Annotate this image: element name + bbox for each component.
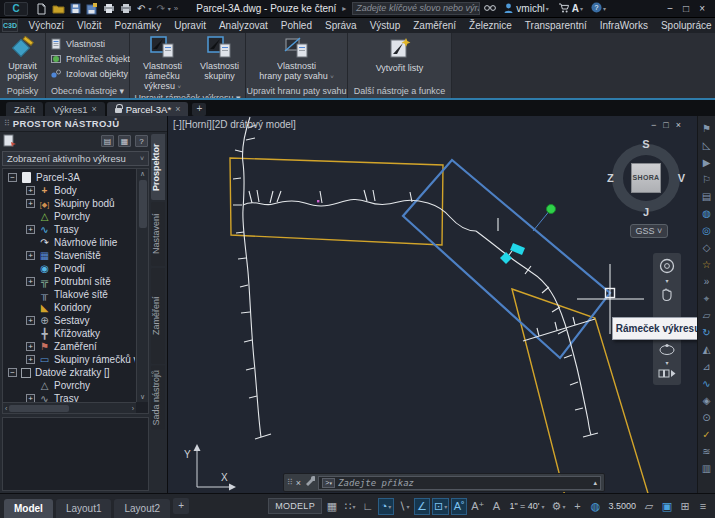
tree-vertical-scrollbar[interactable]: ∧ ∨ — [136, 169, 148, 402]
panel-label[interactable]: Popisky — [0, 85, 45, 98]
transparent-command-icon[interactable]: ☆ — [702, 256, 711, 273]
panel-label[interactable]: Další nástroje a funkce — [348, 85, 451, 98]
command-history-up-icon[interactable]: ▴ — [593, 479, 597, 487]
panel-label[interactable]: Obecné nástroje ▾ — [46, 85, 129, 98]
steering-wheel-icon[interactable] — [658, 257, 676, 277]
user-name[interactable]: vmichl — [516, 3, 544, 14]
help-search-input[interactable]: Zadejte klíčové slovo nebo výraz. — [352, 2, 480, 15]
graphics-performance-icon[interactable]: ▣ — [659, 498, 675, 515]
split-dropdown-icon[interactable]: ˅ — [178, 84, 182, 90]
annotation-visibility-icon[interactable]: A˚ — [451, 498, 467, 515]
annotation-scale-button[interactable]: 1" = 40'▾ — [506, 501, 547, 511]
transparent-command-icon[interactable]: ◎ — [702, 222, 711, 239]
tree-expander[interactable]: − — [8, 173, 17, 182]
ribbon-tab[interactable]: Železnice — [463, 18, 519, 33]
command-settings-wrench-icon[interactable] — [304, 476, 315, 489]
navbar-dropdown-icon[interactable]: ▾ — [665, 279, 668, 284]
model-space-button[interactable]: MODELP — [268, 498, 322, 514]
annotation-icon[interactable]: A — [488, 498, 504, 515]
annotation-autoscale-icon[interactable]: A⁺ — [469, 498, 486, 515]
ribbon-tab[interactable]: Zaměření — [407, 18, 463, 33]
viewport-label[interactable]: [-][Horní][2D drátový model] — [173, 119, 296, 130]
layout1-tab[interactable]: Layout1 — [56, 499, 112, 518]
tree-item[interactable]: − Datové zkratky [] — [4, 366, 135, 379]
tree-item[interactable]: Povrchy — [4, 379, 135, 392]
search-binoculars-icon[interactable] — [484, 3, 496, 14]
tree-expander[interactable]: + — [26, 277, 35, 286]
tree-item[interactable]: + Trasy — [4, 223, 135, 236]
tree-item[interactable]: + Skupiny bodů — [4, 197, 135, 210]
file-tab-start[interactable]: Začít — [6, 102, 43, 116]
orbit-icon[interactable] — [658, 343, 676, 359]
view-frame-properties-button[interactable]: Vlastnosti rámečku výkresu ˅ — [132, 35, 194, 92]
navbar-dropdown-icon[interactable]: ▾ — [665, 361, 668, 366]
transparent-command-icon[interactable]: ∿ — [702, 375, 710, 392]
tree-item[interactable]: + Potrubní sítě — [4, 275, 135, 288]
transparent-command-icon[interactable]: ≋ — [702, 443, 710, 460]
redo-icon[interactable]: ↷ — [156, 3, 164, 14]
tree-expander[interactable]: + — [26, 394, 35, 402]
file-tab-parcel3a[interactable]: Parcel-3A*× — [107, 102, 189, 116]
store-cart-icon[interactable] — [558, 3, 569, 15]
tree-expander[interactable]: + — [26, 225, 35, 234]
app-store-icon[interactable]: A — [572, 3, 579, 14]
compass-east-label[interactable]: V — [678, 172, 685, 184]
isolate-objects-icon[interactable]: ▱ — [641, 498, 657, 515]
application-menu-button[interactable]: C — [4, 2, 28, 16]
transparent-command-icon[interactable]: ⚑ — [702, 120, 711, 137]
viewcube[interactable]: S J Z V SHORA — [606, 138, 686, 218]
grid-icon[interactable]: ▦ — [324, 498, 340, 515]
tree-expander[interactable]: − — [8, 368, 17, 377]
transparent-command-icon[interactable]: ◈ — [703, 392, 711, 409]
transparent-command-icon[interactable]: ⌖ — [704, 290, 710, 307]
tree-view-select[interactable]: Zobrazení aktivního výkresu˅ — [2, 151, 149, 166]
transparent-command-icon[interactable]: ▥ — [702, 460, 711, 477]
polar-tracking-icon[interactable]: ◔▾ — [378, 498, 394, 515]
viewcube-top-face[interactable]: SHORA — [631, 163, 661, 193]
scrollbar-thumb[interactable] — [9, 405, 69, 412]
command-input[interactable]: >▾ Zadejte příkaz ▴ — [318, 476, 601, 490]
tree-expander[interactable]: + — [26, 251, 35, 260]
toolspace-header[interactable]: ⠿ PROSTOR NÁSTROJŮ — [0, 116, 167, 132]
minimize-icon[interactable]: − — [667, 3, 673, 14]
toolspace-side-tab[interactable]: Prospektor — [151, 134, 165, 200]
app-store-dropdown-icon[interactable]: ▾ — [580, 5, 583, 12]
edit-labels-button[interactable]: Upravit popisky — [0, 35, 45, 81]
help-icon[interactable]: ? — [591, 2, 602, 15]
toolspace-side-tab[interactable]: Nastavení — [151, 202, 165, 266]
redo-dropdown-icon[interactable]: ▾ — [168, 5, 171, 12]
tree-item[interactable]: Povrchy — [4, 210, 135, 223]
ribbon-tab[interactable]: Správa — [318, 18, 363, 33]
customization-menu-icon[interactable]: ≡ — [695, 498, 711, 515]
toolspace-side-tab[interactable]: Zaměření — [151, 268, 165, 364]
ucs-selector-button[interactable]: GSS ˅ — [630, 224, 668, 238]
slide-grip[interactable] — [510, 243, 525, 255]
transparent-command-icon[interactable]: ◺ — [703, 137, 711, 154]
transparent-command-icon[interactable]: ✓ — [702, 426, 710, 443]
transparent-command-icon[interactable]: ↻ — [702, 324, 710, 341]
qat-customize-icon[interactable]: » — [174, 4, 178, 13]
viewport-minimize-icon[interactable]: − — [651, 120, 656, 130]
ribbon-tab[interactable]: Upravit — [168, 18, 213, 33]
help-dropdown-icon[interactable]: ▾ — [603, 5, 606, 12]
save-as-icon[interactable] — [86, 3, 98, 15]
new-file-icon[interactable] — [36, 3, 47, 15]
print-icon[interactable] — [120, 3, 132, 14]
tree-item[interactable]: + Skupiny rámečků výkresu — [4, 353, 135, 366]
scroll-up-icon[interactable]: ∧ — [140, 170, 145, 178]
preview-toggle-icon[interactable]: ▤ — [101, 135, 114, 147]
toolspace-help-icon[interactable]: ? — [135, 135, 148, 147]
scroll-left-icon[interactable]: ‹ — [5, 405, 7, 412]
undo-dropdown-icon[interactable]: ▾ — [148, 5, 151, 12]
compass-west-label[interactable]: Z — [607, 172, 614, 184]
ribbon-tab[interactable]: Poznámky — [108, 18, 168, 33]
isodraft-icon[interactable]: ∖▾ — [396, 498, 412, 515]
tree-item[interactable]: + Zaměření — [4, 340, 135, 353]
clean-screen-icon[interactable]: ⊞ — [677, 498, 693, 515]
pan-hand-icon[interactable] — [659, 286, 675, 305]
drawing-area[interactable]: Y X [-][Horní][2D drátový model] − □ × S… — [168, 116, 697, 493]
rotation-grip[interactable] — [547, 205, 556, 214]
command-bar-grip-icon[interactable]: ⠿ — [287, 478, 293, 487]
palette-grip-icon[interactable]: ⠿ — [4, 119, 9, 128]
transparent-command-icon[interactable]: ◭ — [703, 341, 711, 358]
